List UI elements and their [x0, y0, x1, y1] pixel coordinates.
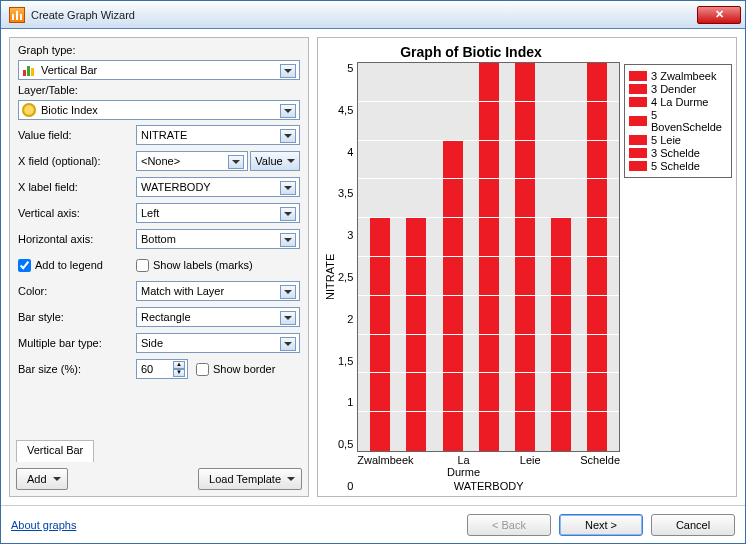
x-label-field-value: WATERBODY	[141, 181, 211, 193]
series-tab[interactable]: Vertical Bar	[16, 440, 94, 462]
plot-area	[357, 62, 620, 452]
x-tick	[480, 454, 513, 478]
bar-leie	[515, 63, 535, 451]
layer-table-value: Biotic Index	[41, 104, 98, 116]
series-tab-label: Vertical Bar	[27, 444, 83, 456]
legend-item: 3 Schelde	[629, 147, 727, 159]
graph-type-label: Graph type:	[18, 44, 300, 56]
x-tick: Leie	[514, 454, 547, 478]
x-field-combo[interactable]: <None>	[136, 151, 248, 171]
y-tick: 1,5	[338, 355, 353, 367]
x-label-field-label: X label field:	[18, 181, 130, 193]
y-tick: 4,5	[338, 104, 353, 116]
load-template-button[interactable]: Load Template	[198, 468, 302, 490]
back-button: < Back	[467, 514, 551, 536]
x-tick: Schelde	[580, 454, 620, 478]
x-label-field-combo[interactable]: WATERBODY	[136, 177, 300, 197]
add-to-legend-checkbox[interactable]	[18, 259, 31, 272]
x-axis-label: WATERBODY	[357, 480, 620, 492]
bar-size-value: 60	[141, 363, 153, 375]
back-button-label: < Back	[492, 519, 526, 531]
value-field-combo[interactable]: NITRATE	[136, 125, 300, 145]
layer-table-combo[interactable]: Biotic Index	[18, 100, 300, 120]
about-graphs-link[interactable]: About graphs	[11, 519, 76, 531]
legend-swatch	[629, 97, 647, 107]
legend-swatch	[629, 148, 647, 158]
legend-item: 3 Zwalmbeek	[629, 70, 727, 82]
y-tick: 2,5	[338, 271, 353, 283]
multi-bar-value: Side	[141, 337, 163, 349]
legend-item: 5 Schelde	[629, 160, 727, 172]
bar-style-value: Rectangle	[141, 311, 191, 323]
vertical-bar-icon	[22, 63, 36, 77]
bar-size-label: Bar size (%):	[18, 363, 130, 375]
y-axis-ticks: 54,543,532,521,510,50	[338, 62, 357, 492]
titlebar[interactable]: Create Graph Wizard ✕	[1, 1, 745, 29]
legend-label: 3 Dender	[651, 83, 696, 95]
add-button[interactable]: Add	[16, 468, 68, 490]
legend-swatch	[629, 71, 647, 81]
layer-table-label: Layer/Table:	[18, 84, 300, 96]
show-labels-label: Show labels (marks)	[153, 259, 253, 271]
show-labels-checkbox[interactable]	[136, 259, 149, 272]
window-title: Create Graph Wizard	[31, 9, 697, 21]
horizontal-axis-combo[interactable]: Bottom	[136, 229, 300, 249]
next-button-label: Next >	[585, 519, 617, 531]
bar-style-combo[interactable]: Rectangle	[136, 307, 300, 327]
x-tick: Zwalmbeek	[357, 454, 413, 478]
chart-title: Graph of Biotic Index	[322, 44, 620, 60]
bar-bovenschelde	[479, 63, 499, 451]
spin-down-icon[interactable]: ▼	[173, 369, 185, 377]
color-combo[interactable]: Match with Layer	[136, 281, 300, 301]
spin-up-icon[interactable]: ▲	[173, 361, 185, 369]
app-icon	[9, 7, 25, 23]
x-tick: La Durme	[447, 454, 480, 478]
legend-item: 5 Leie	[629, 134, 727, 146]
value-field-label: Value field:	[18, 129, 130, 141]
x-tick	[414, 454, 447, 478]
legend-label: 5 Schelde	[651, 160, 700, 172]
y-tick: 0,5	[338, 438, 353, 450]
wizard-window: Create Graph Wizard ✕ Graph type: Vertic…	[0, 0, 746, 544]
graph-type-combo[interactable]: Vertical Bar	[18, 60, 300, 80]
multi-bar-combo[interactable]: Side	[136, 333, 300, 353]
legend-swatch	[629, 135, 647, 145]
y-tick: 3,5	[338, 187, 353, 199]
layer-icon	[22, 103, 36, 117]
add-to-legend-label: Add to legend	[35, 259, 103, 271]
close-button[interactable]: ✕	[697, 6, 741, 24]
legend-item: 5 BovenSchelde	[629, 109, 727, 133]
bar-style-label: Bar style:	[18, 311, 130, 323]
x-field-value: <None>	[141, 155, 180, 167]
legend-swatch	[629, 116, 647, 126]
next-button[interactable]: Next >	[559, 514, 643, 536]
y-tick: 0	[347, 480, 353, 492]
y-tick: 4	[347, 146, 353, 158]
vertical-axis-combo[interactable]: Left	[136, 203, 300, 223]
legend-label: 3 Zwalmbeek	[651, 70, 716, 82]
y-tick: 5	[347, 62, 353, 74]
x-axis-ticks: ZwalmbeekLa DurmeLeieSchelde	[357, 452, 620, 478]
settings-panel: Graph type: Vertical Bar Layer/Table: Bi…	[9, 37, 309, 497]
chart-legend: 3 Zwalmbeek3 Dender4 La Durme5 BovenSche…	[624, 64, 732, 178]
legend-label: 5 BovenSchelde	[651, 109, 727, 133]
color-value: Match with Layer	[141, 285, 224, 297]
add-button-label: Add	[27, 473, 47, 485]
x-tick	[547, 454, 580, 478]
show-border-checkbox[interactable]	[196, 363, 209, 376]
value-button-label: Value	[255, 155, 282, 167]
horizontal-axis-value: Bottom	[141, 233, 176, 245]
bar-size-spinner[interactable]: 60 ▲▼	[136, 359, 188, 379]
legend-label: 3 Schelde	[651, 147, 700, 159]
cancel-button[interactable]: Cancel	[651, 514, 735, 536]
y-tick: 1	[347, 396, 353, 408]
footer: About graphs < Back Next > Cancel	[1, 505, 745, 543]
y-axis-label: NITRATE	[322, 62, 338, 492]
vertical-axis-value: Left	[141, 207, 159, 219]
legend-swatch	[629, 84, 647, 94]
value-button[interactable]: Value	[250, 151, 300, 171]
color-label: Color:	[18, 285, 130, 297]
show-border-label: Show border	[213, 363, 275, 375]
legend-swatch	[629, 161, 647, 171]
graph-type-value: Vertical Bar	[41, 64, 97, 76]
